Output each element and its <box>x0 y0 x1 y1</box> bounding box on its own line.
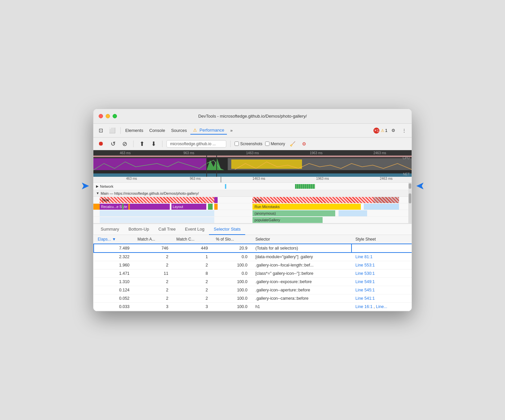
maximize-button[interactable] <box>113 114 117 118</box>
timeline-overview[interactable]: 463 ms 963 ms 1463 ms 1963 ms 2463 ms <box>93 150 412 177</box>
table-cell: 11 <box>134 269 172 278</box>
left-arrow-indicator: ➤ <box>81 180 89 191</box>
close-button[interactable] <box>99 114 103 118</box>
tab-more[interactable]: » <box>228 127 235 134</box>
col-match-count[interactable]: Match C... <box>172 235 212 244</box>
upload-icon: ⬆ <box>140 140 145 148</box>
device-icon: ⬜ <box>109 127 116 134</box>
table-cell: 0.124 <box>94 286 134 294</box>
stylesheet-link[interactable]: Line... <box>376 304 387 309</box>
table-cell: 2 <box>134 261 172 269</box>
table-cell: 0.033 <box>94 303 134 311</box>
table-cell: 746 <box>134 244 172 253</box>
table-cell: 1.471 <box>94 269 134 278</box>
network-expand-icon[interactable]: ▶ <box>96 184 99 188</box>
main-expand-icon[interactable]: ▼ <box>96 191 99 195</box>
selector-stats-panel[interactable]: Elaps... ▼ Match A... Match C... % of Sl… <box>93 235 412 311</box>
screenshots-checkbox[interactable] <box>235 142 239 146</box>
stylesheet-link[interactable]: Line 541:1 <box>355 296 375 301</box>
ruler-tick-5: 2463 ms <box>348 151 412 155</box>
stylesheet-link[interactable]: Line 553:1 <box>355 263 375 267</box>
timeline-cursor <box>221 177 221 182</box>
col-selector[interactable]: Selector <box>252 235 352 244</box>
tab-elements[interactable]: Elements <box>123 127 146 134</box>
table-cell: 2 <box>172 294 212 303</box>
table-row: 1.31022100.0.gallery-icon--exposure::bef… <box>94 278 412 286</box>
tab-selector-stats[interactable]: Selector Stats <box>209 224 245 235</box>
detail-ruler: 463 ms 963 ms 1463 ms 1963 ms 2463 ms <box>93 177 412 183</box>
settings-icon: ⚙ <box>391 128 395 133</box>
table-cell: 100.0 <box>212 294 252 303</box>
clear-icon: ⊘ <box>122 140 127 148</box>
col-elapsed[interactable]: Elaps... ▼ <box>94 235 134 244</box>
settings-button[interactable]: ⚙ <box>389 127 398 134</box>
tab-sources[interactable]: Sources <box>168 127 190 134</box>
perf-settings-button[interactable]: ⚙ <box>300 140 308 148</box>
memory-checkbox[interactable] <box>265 142 269 146</box>
table-cell: Line 553:1 <box>352 261 412 269</box>
right-blue-bars <box>364 204 399 210</box>
tab-performance[interactable]: ⚠ Performance <box>190 126 227 135</box>
table-cell: 1.960 <box>94 261 134 269</box>
network-track-label: ▶ Network <box>93 184 120 188</box>
screenshots-checkbox-label[interactable]: Screenshots <box>235 142 262 146</box>
minimize-button[interactable] <box>106 114 110 118</box>
col-stylesheet[interactable]: Style Sheet <box>352 235 412 244</box>
table-cell: 2 <box>172 286 212 294</box>
memory-checkbox-label[interactable]: Memory <box>265 142 285 146</box>
stylesheet-link[interactable]: Line 81:1 <box>355 255 372 259</box>
orange-bar <box>93 204 100 210</box>
detail-scrollbar[interactable] <box>408 183 412 190</box>
table-cell: (Totals for all selectors) <box>252 244 352 253</box>
sweep-button[interactable]: 🧹 <box>288 140 297 148</box>
svg-rect-0 <box>93 158 207 170</box>
clear-button[interactable]: ⊘ <box>120 139 129 149</box>
col-pct-slow[interactable]: % of Slo... <box>212 235 252 244</box>
table-cell: [class*=" gallery-icon--"]::before <box>252 269 352 278</box>
perf-sep3 <box>230 141 231 147</box>
orange-bar2 <box>214 204 218 210</box>
col-match-attempts[interactable]: Match A... <box>134 235 172 244</box>
detail-scrollbar-thumb[interactable] <box>409 183 411 189</box>
table-cell: Line 16:1 , Line... <box>352 303 412 311</box>
inspector-icon: ⊡ <box>99 127 103 134</box>
download-button[interactable]: ⬇ <box>149 139 158 149</box>
inspector-icon-button[interactable]: ⊡ <box>96 126 106 135</box>
flame-scrollbar-thumb[interactable] <box>409 193 411 203</box>
table-cell: h1 <box>252 303 352 311</box>
record-icon: ⏺ <box>98 140 104 147</box>
recalculate-style-bar: Recalcu...e Style <box>100 204 170 210</box>
table-cell: Line 541:1 <box>352 294 412 303</box>
perf-sep1 <box>133 141 134 147</box>
table-row: 0.03333100.0h1Line 16:1 , Line... <box>94 303 412 311</box>
more-options-button[interactable]: ⋮ <box>399 127 409 134</box>
tab-console[interactable]: Console <box>147 127 168 134</box>
record-button[interactable]: ⏺ <box>96 139 106 149</box>
detail-tick-1: 463 ms <box>126 177 137 180</box>
stylesheet-link[interactable]: Line 16:1 <box>355 304 372 309</box>
error-icon: ✕ <box>374 129 377 132</box>
table-cell: 2 <box>134 253 172 261</box>
table-cell: 0.052 <box>94 294 134 303</box>
timeline-detail: 463 ms 963 ms 1463 ms 1963 ms 2463 ms ▶ … <box>93 177 412 223</box>
flame-scrollbar[interactable] <box>408 190 412 223</box>
upload-button[interactable]: ⬆ <box>138 139 147 149</box>
table-cell: 100.0 <box>212 286 252 294</box>
device-mode-button[interactable]: ⬜ <box>106 126 118 135</box>
perf-sep2 <box>162 141 162 147</box>
tab-summary[interactable]: Summary <box>96 224 124 235</box>
stylesheet-link[interactable]: Line 549:1 <box>355 279 375 284</box>
stylesheet-link[interactable]: Line 545:1 <box>355 288 375 292</box>
tab-event-log[interactable]: Event Log <box>180 224 209 235</box>
tab-bottom-up[interactable]: Bottom-Up <box>124 224 154 235</box>
refresh-record-button[interactable]: ↺ <box>109 139 118 149</box>
error-badge: ✕ 1 <box>373 128 379 134</box>
svg-marker-1 <box>207 158 224 170</box>
tab-call-tree[interactable]: Call Tree <box>154 224 180 235</box>
ruler-tick-3: 1463 ms <box>221 151 284 155</box>
table-cell: 2 <box>134 278 172 286</box>
table-cell: Line 545:1 <box>352 286 412 294</box>
network-track-content <box>120 184 412 189</box>
stylesheet-link[interactable]: Line 530:1 <box>355 271 375 276</box>
tick-1 <box>122 204 124 210</box>
